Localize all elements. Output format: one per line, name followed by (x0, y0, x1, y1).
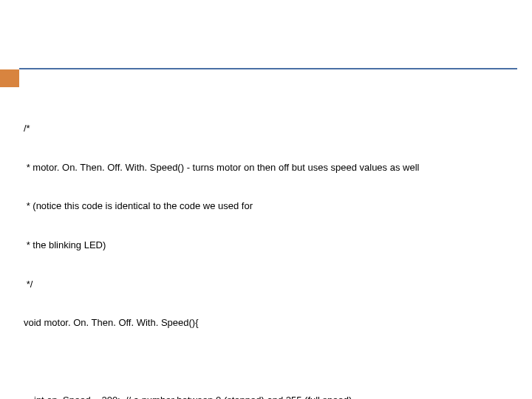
code-line: * motor. On. Then. Off. With. Speed() - … (24, 161, 517, 174)
slide: /* * motor. On. Then. Off. With. Speed()… (0, 0, 532, 399)
code-line: /* (24, 122, 517, 135)
header-rule (19, 68, 517, 69)
blank-line (24, 355, 517, 368)
code-line: */ (24, 278, 517, 291)
code-line: * the blinking LED) (24, 239, 517, 252)
accent-box (0, 69, 19, 87)
code-line: void motor. On. Then. Off. With. Speed()… (24, 316, 517, 330)
code-line: int on. Speed = 200; // a number between… (24, 394, 517, 399)
code-line: * (notice this code is identical to the … (24, 200, 517, 213)
code-block: /* * motor. On. Then. Off. With. Speed()… (24, 96, 517, 399)
